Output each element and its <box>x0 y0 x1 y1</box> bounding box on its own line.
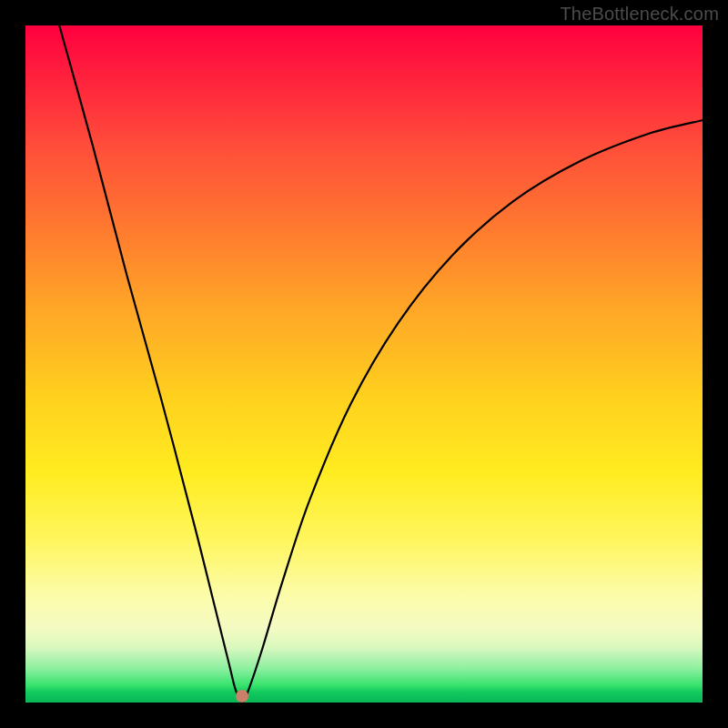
curve-svg <box>25 25 703 703</box>
watermark-text: TheBottleneck.com <box>560 4 719 25</box>
chart-frame: TheBottleneck.com <box>0 0 728 728</box>
mismatch-curve-path <box>59 25 703 703</box>
plot-area <box>25 25 703 703</box>
optimal-point-marker <box>236 690 248 703</box>
